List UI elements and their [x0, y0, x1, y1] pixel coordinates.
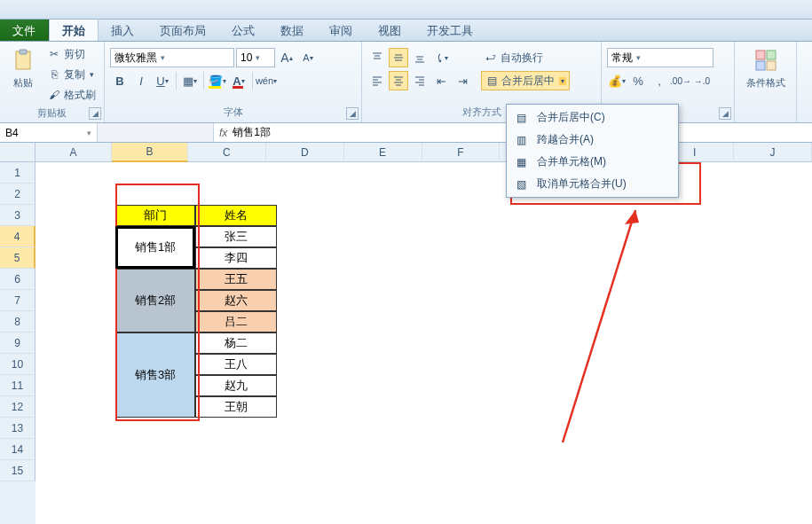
tab-home[interactable]: 开始 — [49, 20, 99, 41]
clipboard-launcher[interactable]: ◢ — [89, 107, 101, 120]
row-header-1[interactable]: 1 — [0, 162, 35, 184]
svg-rect-26 — [767, 61, 776, 70]
cell[interactable]: 销售1部 — [115, 226, 195, 269]
select-all-corner[interactable] — [0, 143, 35, 162]
tab-insert[interactable]: 插入 — [99, 20, 147, 41]
tab-layout[interactable]: 页面布局 — [147, 20, 219, 41]
cell[interactable]: 王朝 — [195, 396, 277, 418]
cut-button[interactable]: ✂剪切 — [44, 44, 99, 64]
orientation-button[interactable]: ⤹▾ — [431, 48, 451, 67]
align-top-button[interactable] — [367, 48, 387, 67]
fx-icon[interactable]: fx — [219, 127, 227, 139]
row-header-9[interactable]: 9 — [0, 332, 35, 354]
row-header-10[interactable]: 10 — [0, 354, 35, 375]
font-launcher[interactable]: ◢ — [346, 107, 359, 120]
row-header-3[interactable]: 3 — [0, 205, 35, 226]
align-bottom-button[interactable] — [410, 48, 430, 67]
col-header-D[interactable]: D — [266, 143, 344, 162]
row-header-7[interactable]: 7 — [0, 290, 35, 311]
group-font: 微软雅黑▾ 10▾ A▴ A▾ B I U▾ ▦▾ 🪣▾ A▾ wén▾ 字体 … — [105, 42, 362, 122]
merge-across-icon: ▥ — [512, 133, 530, 147]
cell[interactable]: 部门 — [115, 205, 195, 226]
cell[interactable]: 杨二 — [195, 332, 277, 354]
dec-decimal-button[interactable]: →.0 — [692, 71, 712, 90]
svg-rect-24 — [767, 51, 776, 59]
format-painter-button[interactable]: 🖌格式刷 — [44, 85, 99, 105]
align-left-button[interactable] — [367, 71, 387, 90]
group-styles: 条件格式 — [735, 42, 797, 122]
col-header-J[interactable]: J — [734, 143, 812, 162]
merge-center-icon: ▤ — [512, 111, 530, 125]
border-button[interactable]: ▦▾ — [180, 71, 200, 90]
formula-input[interactable]: 销售1部 — [233, 125, 271, 140]
font-color-button[interactable]: A▾ — [229, 71, 248, 90]
unmerge-item[interactable]: ▧取消单元格合并(U) — [508, 173, 676, 195]
cell[interactable]: 销售2部 — [115, 269, 195, 332]
italic-button[interactable]: I — [131, 71, 151, 90]
tab-data[interactable]: 数据 — [268, 20, 317, 41]
accounting-button[interactable]: 💰▾ — [607, 71, 627, 90]
tab-view[interactable]: 视图 — [366, 20, 414, 41]
merge-center-item[interactable]: ▤合并后居中(C) — [508, 106, 676, 129]
row-header-8[interactable]: 8 — [0, 311, 35, 332]
font-name-combo[interactable]: 微软雅黑▾ — [110, 48, 234, 67]
tab-dev[interactable]: 开发工具 — [414, 20, 486, 41]
cell[interactable]: 销售3部 — [115, 332, 195, 418]
indent-increase-button[interactable]: ⇥ — [453, 71, 472, 90]
col-header-B[interactable]: B — [112, 143, 188, 162]
cell[interactable]: 张三 — [195, 226, 277, 247]
row-header-5[interactable]: 5 — [0, 247, 35, 269]
copy-icon: ⎘ — [47, 67, 61, 82]
col-header-F[interactable]: F — [422, 143, 501, 162]
font-size-combo[interactable]: 10▾ — [236, 48, 275, 67]
svg-rect-23 — [756, 51, 765, 59]
row-header-11[interactable]: 11 — [0, 375, 35, 396]
percent-button[interactable]: % — [628, 71, 648, 90]
wrap-text-button[interactable]: ⮐自动换行 — [481, 48, 570, 67]
row-header-6[interactable]: 6 — [0, 269, 35, 290]
tab-review[interactable]: 审阅 — [317, 20, 366, 41]
cell[interactable]: 李四 — [195, 247, 277, 269]
tab-formula[interactable]: 公式 — [219, 20, 268, 41]
align-right-button[interactable] — [410, 71, 430, 90]
row-header-12[interactable]: 12 — [0, 396, 35, 418]
row-header-14[interactable]: 14 — [0, 439, 35, 460]
inc-decimal-button[interactable]: .00→ — [671, 71, 690, 90]
cell[interactable]: 赵九 — [195, 375, 277, 396]
col-header-C[interactable]: C — [188, 143, 266, 162]
bold-button[interactable]: B — [110, 71, 130, 90]
phonetic-button[interactable]: wén▾ — [256, 71, 276, 90]
cell[interactable]: 王五 — [195, 269, 277, 290]
comma-button[interactable]: , — [650, 71, 669, 90]
number-launcher[interactable]: ◢ — [719, 107, 731, 120]
row-header-2[interactable]: 2 — [0, 184, 35, 205]
spreadsheet-grid[interactable]: 123456789101112131415 ABCDEFGHIJ 部门姓名销售1… — [0, 143, 812, 524]
tab-file[interactable]: 文件 — [0, 20, 49, 41]
shrink-font-button[interactable]: A▾ — [298, 48, 318, 67]
cell[interactable]: 赵六 — [195, 290, 277, 311]
row-header-15[interactable]: 15 — [0, 460, 35, 481]
group-clipboard: 粘贴 ✂剪切 ⎘复制▾ 🖌格式刷 剪贴板 ◢ — [0, 42, 105, 122]
cond-format-button[interactable]: 条件格式 — [740, 44, 791, 91]
fill-color-button[interactable]: 🪣▾ — [208, 71, 227, 90]
col-header-A[interactable]: A — [35, 143, 112, 162]
row-header-4[interactable]: 4 — [0, 226, 35, 247]
indent-decrease-button[interactable]: ⇤ — [431, 71, 451, 90]
number-format-combo[interactable]: 常规▾ — [607, 48, 713, 67]
grow-font-button[interactable]: A▴ — [277, 48, 296, 67]
cell[interactable]: 姓名 — [195, 205, 277, 226]
copy-button[interactable]: ⎘复制▾ — [44, 65, 99, 84]
col-header-E[interactable]: E — [344, 143, 422, 162]
merge-cells-item[interactable]: ▦合并单元格(M) — [508, 151, 676, 173]
merge-dropdown: ▤合并后居中(C) ▥跨越合并(A) ▦合并单元格(M) ▧取消单元格合并(U) — [506, 104, 679, 198]
name-box[interactable]: B4▾ — [0, 123, 98, 142]
cell[interactable]: 王八 — [195, 354, 277, 375]
cell[interactable]: 吕二 — [195, 311, 277, 332]
underline-button[interactable]: U▾ — [153, 71, 172, 90]
align-center-button[interactable] — [389, 71, 408, 90]
merge-center-button[interactable]: ▤合并后居中▾ — [481, 71, 570, 90]
paste-button[interactable]: 粘贴 — [5, 44, 41, 91]
row-header-13[interactable]: 13 — [0, 418, 35, 439]
merge-across-item[interactable]: ▥跨越合并(A) — [508, 129, 676, 151]
align-middle-button[interactable] — [389, 48, 408, 67]
